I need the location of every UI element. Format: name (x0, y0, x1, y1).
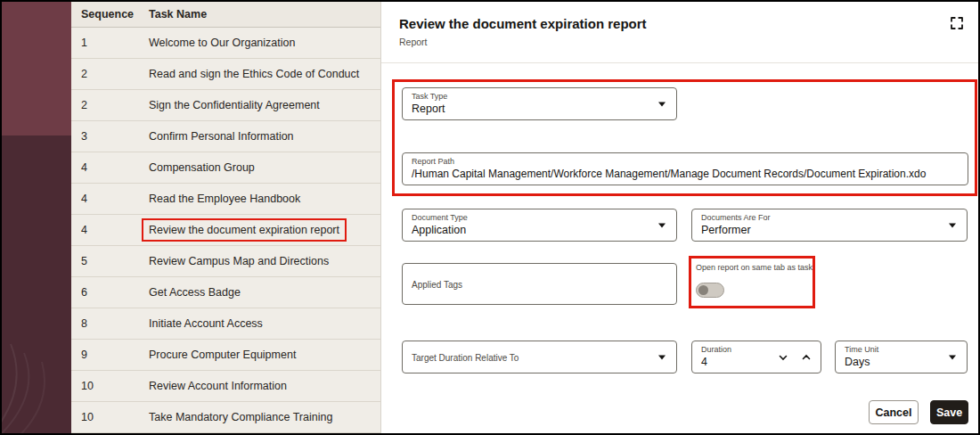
task-name-text: Review Campus Map and Directions (142, 250, 336, 273)
table-row[interactable]: 5Review Campus Map and Directions (71, 246, 380, 277)
sequence-cell: 5 (71, 255, 141, 267)
sequence-cell: 3 (71, 130, 141, 143)
target-duration-select[interactable]: Target Duration Relative To (402, 341, 677, 373)
table-row[interactable]: 6Get Access Badge (71, 277, 380, 308)
sequence-cell: 10 (71, 380, 141, 392)
task-name-cell: Welcome to Our Organization (141, 31, 380, 54)
chevron-up-icon[interactable] (801, 352, 812, 363)
applied-tags-label: Applied Tags (412, 279, 462, 289)
divider (381, 62, 980, 63)
task-name-text: Initiate Account Access (142, 312, 270, 335)
task-type-select[interactable]: Task Type Report (402, 87, 677, 120)
task-name-annotated: Review the document expiration report (142, 218, 347, 242)
expand-icon (949, 15, 965, 31)
cancel-button[interactable]: Cancel (869, 400, 919, 424)
sequence-cell: 9 (71, 349, 141, 361)
table-row[interactable]: 2Sign the Confidentiality Agreement (71, 90, 380, 121)
table-row[interactable]: 10Review Account Information (71, 371, 380, 402)
task-type-label: Task Type (412, 92, 447, 101)
task-name-text: Read and sign the Ethics Code of Conduct (142, 62, 366, 86)
table-row[interactable]: 8Initiate Account Access (71, 308, 380, 340)
task-name-cell: Sign the Confidentiality Agreement (141, 94, 380, 117)
task-name-cell: Take Mandatory Compliance Training (141, 406, 380, 429)
sequence-cell: 10 (71, 411, 141, 423)
target-duration-label: Target Duration Relative To (412, 352, 519, 362)
expand-button[interactable] (946, 13, 968, 35)
document-type-select[interactable]: Document Type Application (402, 209, 677, 242)
table-row[interactable]: 10Take Mandatory Compliance Training (71, 402, 380, 433)
app-window: Sequence Task Name 1Welcome to Our Organ… (0, 0, 980, 435)
report-path-input[interactable]: Report Path /Human Capital Management/Wo… (402, 152, 968, 185)
table-row[interactable]: 1Welcome to Our Organization (71, 28, 380, 59)
dropdown-arrow-icon (949, 355, 956, 359)
documents-are-for-select[interactable]: Documents Are For Performer (691, 209, 968, 242)
task-name-cell: Get Access Badge (141, 281, 380, 304)
table-row[interactable]: 9Procure Computer Equipment (71, 340, 380, 371)
task-name-cell: Review the document expiration report (141, 218, 380, 242)
task-name-text: Confirm Personal Information (142, 125, 301, 148)
open-report-toggle-label: Open report on same tab as task (696, 263, 813, 272)
task-table-body: 1Welcome to Our Organization2Read and si… (71, 28, 380, 435)
dropdown-arrow-icon (658, 102, 666, 106)
column-header-task-name: Task Name (141, 8, 380, 21)
task-table: Sequence Task Name 1Welcome to Our Organ… (71, 2, 380, 433)
page-subtitle: Report (399, 37, 428, 47)
report-path-label: Report Path (412, 157, 454, 166)
task-name-cell: Initiate Account Access (141, 312, 380, 335)
sequence-cell: 1 (71, 37, 141, 49)
task-name-cell: Confirm Personal Information (141, 125, 380, 148)
documents-are-for-value: Performer (701, 224, 751, 236)
task-name-cell: Compensation Group (141, 156, 380, 179)
task-name-text: Get Access Badge (142, 281, 248, 304)
task-name-text: Review Account Information (142, 374, 294, 398)
duration-stepper[interactable]: Duration 4 (691, 341, 821, 373)
task-name-text: Compensation Group (142, 156, 262, 179)
task-name-cell: Review Account Information (141, 374, 380, 398)
sequence-cell: 4 (71, 224, 141, 236)
page-title: Review the document expiration report (399, 16, 647, 31)
document-type-value: Application (412, 224, 466, 236)
sequence-cell: 6 (71, 286, 141, 299)
sequence-cell: 4 (71, 193, 141, 205)
sequence-cell: 8 (71, 317, 141, 330)
table-header-row: Sequence Task Name (71, 2, 380, 28)
task-name-cell: Read the Employee Handbook (141, 187, 380, 210)
left-nav-strip (2, 2, 71, 433)
task-name-text: Sign the Confidentiality Agreement (142, 94, 327, 117)
open-report-toggle[interactable] (696, 283, 724, 298)
left-nav-strip-top (2, 2, 71, 135)
time-unit-select[interactable]: Time Unit Days (835, 341, 968, 373)
table-row[interactable]: 4Compensation Group (71, 152, 380, 184)
duration-label: Duration (701, 345, 731, 354)
dropdown-arrow-icon (658, 355, 666, 359)
sequence-cell: 2 (71, 68, 141, 80)
chevron-down-icon[interactable] (778, 352, 788, 363)
task-name-cell: Review Campus Map and Directions (141, 250, 380, 273)
task-name-text: Take Mandatory Compliance Training (142, 406, 339, 429)
task-name-text: Read the Employee Handbook (142, 187, 307, 210)
task-type-value: Report (412, 103, 445, 115)
time-unit-value: Days (845, 356, 870, 368)
toggle-knob-icon (698, 285, 708, 295)
sequence-cell: 2 (71, 99, 141, 111)
table-row[interactable]: 4Review the document expiration report (71, 215, 380, 246)
table-row[interactable]: 4Read the Employee Handbook (71, 184, 380, 215)
task-detail-panel: Review the document expiration report Re… (380, 2, 980, 433)
duration-value: 4 (701, 356, 707, 368)
report-path-value: /Human Capital Management/Workforce Mana… (412, 168, 926, 180)
task-name-cell: Procure Computer Equipment (141, 343, 380, 366)
save-button[interactable]: Save (930, 400, 968, 424)
background-pattern (2, 255, 71, 433)
task-name-cell: Read and sign the Ethics Code of Conduct (141, 62, 380, 86)
table-row[interactable]: 2Read and sign the Ethics Code of Conduc… (71, 59, 380, 90)
column-header-sequence: Sequence (71, 8, 141, 21)
documents-are-for-label: Documents Are For (701, 213, 771, 222)
task-name-text: Procure Computer Equipment (142, 343, 303, 366)
applied-tags-input[interactable]: Applied Tags (402, 263, 677, 305)
sequence-cell: 4 (71, 161, 141, 174)
table-row[interactable]: 3Confirm Personal Information (71, 121, 380, 152)
document-type-label: Document Type (412, 213, 468, 222)
dropdown-arrow-icon (658, 223, 666, 227)
dropdown-arrow-icon (949, 223, 956, 227)
task-name-text: Welcome to Our Organization (142, 31, 302, 54)
